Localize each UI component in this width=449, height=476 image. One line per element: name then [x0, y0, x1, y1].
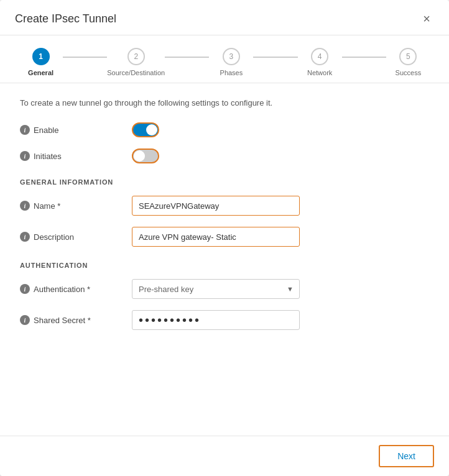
auth-select[interactable]: Pre-shared keyCertificate	[132, 279, 300, 299]
enable-info-icon[interactable]: i	[20, 125, 30, 135]
step-2-circle: 2	[127, 48, 145, 65]
shared-secret-input[interactable]	[132, 310, 300, 330]
description-row: i Description	[20, 227, 429, 247]
auth-section-header: AUTHENTICATION	[20, 262, 429, 269]
initiates-row: i Initiates	[20, 149, 429, 163]
enable-toggle[interactable]	[132, 122, 159, 137]
dialog-footer: Next	[0, 436, 449, 476]
shared-secret-label: i Shared Secret *	[20, 315, 132, 325]
name-row: i Name *	[20, 196, 429, 216]
initiates-label: i Initiates	[20, 151, 132, 161]
step-line-1	[63, 57, 107, 58]
step-2: 2 Source/Destination	[107, 48, 165, 76]
enable-row: i Enable	[20, 122, 429, 137]
create-ipsec-dialog: Create IPsec Tunnel × 1 General 2 Source…	[0, 0, 449, 476]
name-input[interactable]	[132, 196, 300, 216]
enable-toggle-wrapper	[132, 122, 159, 137]
step-line-4	[342, 57, 386, 58]
close-button[interactable]: ×	[419, 11, 434, 26]
step-1: 1 General	[19, 48, 63, 76]
enable-label: i Enable	[20, 125, 132, 135]
step-5-label: Success	[396, 69, 422, 76]
step-3-circle: 3	[223, 48, 240, 65]
next-button[interactable]: Next	[379, 445, 434, 467]
step-3-label: Phases	[220, 69, 243, 76]
stepper: 1 General 2 Source/Destination 3 Phases …	[0, 35, 449, 83]
enable-toggle-knob	[146, 124, 157, 135]
step-3: 3 Phases	[209, 48, 253, 76]
step-4: 4 Network	[298, 48, 342, 76]
description-label: i Description	[20, 232, 132, 242]
description-info-icon[interactable]: i	[20, 232, 30, 242]
auth-row: i Authentication * Pre-shared keyCertifi…	[20, 279, 429, 299]
step-line-2	[165, 57, 209, 58]
intro-text: To create a new tunnel go through the fo…	[20, 98, 429, 108]
step-5: 5 Success	[386, 48, 430, 76]
step-1-circle: 1	[32, 48, 50, 65]
step-2-label: Source/Destination	[107, 69, 165, 76]
auth-label: i Authentication *	[20, 284, 132, 294]
initiates-info-icon[interactable]: i	[20, 151, 30, 161]
step-1-label: General	[28, 69, 53, 76]
initiates-toggle[interactable]	[132, 149, 159, 163]
step-line-3	[253, 57, 297, 58]
auth-select-wrapper: Pre-shared keyCertificate ▼	[132, 279, 300, 299]
step-4-circle: 4	[311, 48, 328, 65]
initiates-toggle-wrapper	[132, 149, 159, 163]
description-input[interactable]	[132, 227, 300, 247]
step-5-circle: 5	[399, 48, 417, 65]
initiates-toggle-knob	[134, 150, 145, 162]
name-label: i Name *	[20, 201, 132, 211]
shared-secret-row: i Shared Secret *	[20, 310, 429, 330]
general-section-header: GENERAL INFORMATION	[20, 178, 429, 186]
auth-info-icon[interactable]: i	[20, 284, 30, 294]
name-info-icon[interactable]: i	[20, 201, 30, 211]
step-4-label: Network	[307, 69, 332, 76]
dialog-title: Create IPsec Tunnel	[15, 12, 116, 25]
dialog-content: To create a new tunnel go through the fo…	[0, 83, 449, 436]
shared-secret-info-icon[interactable]: i	[20, 315, 30, 325]
dialog-header: Create IPsec Tunnel ×	[0, 0, 449, 35]
